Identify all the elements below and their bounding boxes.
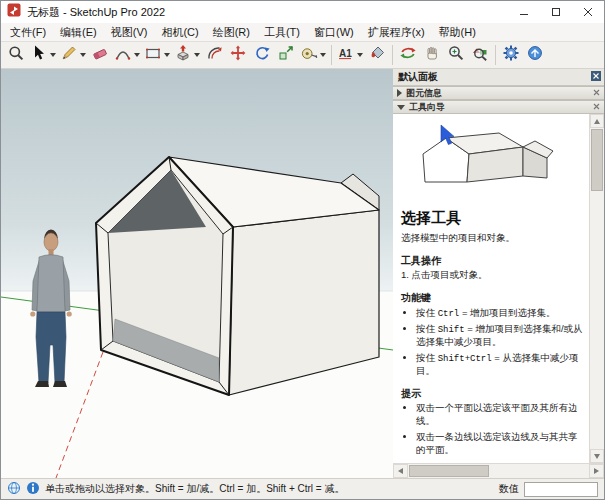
- status-bar: 单击或拖动以选择对象。Shift = 加/减。Ctrl = 加。Shift + …: [1, 478, 604, 499]
- rotate-tool-button[interactable]: [250, 43, 274, 67]
- toolbar-separator: [392, 45, 393, 65]
- scroll-thumb[interactable]: [591, 129, 603, 191]
- scroll-track[interactable]: [590, 128, 604, 449]
- menu-help[interactable]: 帮助(H): [432, 23, 483, 42]
- operation-step: 1. 点击项目或对象。: [401, 269, 583, 282]
- scroll-thumb[interactable]: [409, 465, 489, 477]
- toolbar: A1: [1, 42, 604, 69]
- rectangle-tool-button[interactable]: [142, 43, 172, 67]
- scroll-up-button[interactable]: [590, 114, 604, 128]
- arc-tool-button[interactable]: [112, 43, 142, 67]
- line-tool-button[interactable]: [58, 43, 88, 67]
- status-hint-text: 单击或拖动以选择对象。Shift = 加/减。Ctrl = 加。Shift + …: [45, 482, 494, 496]
- menu-draw[interactable]: 绘图(R): [206, 23, 257, 42]
- dropdown-caret[interactable]: [134, 53, 140, 57]
- maximize-button[interactable]: [540, 1, 572, 23]
- modifier-item: 按住 Shift = 增加项目到选择集和/或从选择集中减少项目。: [416, 323, 583, 349]
- zoom-extents-tool-button[interactable]: [468, 43, 492, 67]
- tape-measure-tool-button[interactable]: [298, 43, 328, 67]
- tray-header: 默认面板: [393, 69, 604, 86]
- toolbar-separator: [331, 45, 332, 65]
- zoom-extents-icon: [471, 44, 489, 66]
- arrow-right-icon: [594, 468, 599, 474]
- horizontal-scrollbar[interactable]: [393, 463, 604, 478]
- zoom-tool-button[interactable]: [444, 43, 468, 67]
- scroll-left-button[interactable]: [393, 464, 408, 478]
- instructor-content: 选择工具 选择模型中的项目和对象。 工具操作 1. 点击项目或对象。 功能键 按…: [393, 114, 589, 463]
- vertical-scrollbar[interactable]: [589, 114, 604, 463]
- menu-camera[interactable]: 相机(C): [154, 23, 205, 42]
- move-tool-button[interactable]: [226, 43, 250, 67]
- paint-bucket-tool-button[interactable]: [365, 43, 389, 67]
- info-icon[interactable]: [26, 481, 40, 497]
- rectangle-icon: [144, 44, 162, 66]
- modifier-item: 按住 Shift+Ctrl = 从选择集中减少项目。: [416, 352, 583, 378]
- offset-icon: [205, 44, 223, 66]
- tray-title: 默认面板: [398, 70, 438, 84]
- modifier-list: 按住 Ctrl = 增加项目到选择集。 按住 Shift = 增加项目到选择集和…: [416, 307, 583, 378]
- dropdown-caret[interactable]: [194, 53, 200, 57]
- measurement-input[interactable]: [524, 482, 598, 497]
- close-button[interactable]: [572, 1, 604, 23]
- toolbar-separator: [495, 45, 496, 65]
- tape-measure-icon: [300, 44, 318, 66]
- menu-window[interactable]: 窗口(W): [307, 23, 361, 42]
- extension-manager-button[interactable]: [499, 43, 523, 67]
- dropdown-caret[interactable]: [164, 53, 170, 57]
- tip-item: 双击一个平面以选定该平面及其所有边线。: [416, 402, 583, 428]
- sketchup-window: 无标题 - SketchUp Pro 2022 文件(F) 编辑(E) 视图(V…: [0, 0, 605, 500]
- menu-view[interactable]: 视图(V): [104, 23, 155, 42]
- menu-edit[interactable]: 编辑(E): [53, 23, 104, 42]
- scale-icon: [277, 44, 295, 66]
- offset-tool-button[interactable]: [202, 43, 226, 67]
- select-tool-button[interactable]: [28, 43, 58, 67]
- gear-icon: [502, 44, 520, 66]
- section-close-icon[interactable]: [593, 102, 600, 112]
- geolocation-icon[interactable]: [7, 481, 21, 497]
- tray-close-button[interactable]: [591, 71, 601, 83]
- modeling-viewport[interactable]: [1, 69, 393, 478]
- instructor-heading: 选择工具: [401, 208, 583, 228]
- text-a1-icon: A1: [337, 44, 355, 66]
- window-controls: [508, 1, 604, 23]
- dropdown-caret[interactable]: [320, 53, 326, 57]
- minimize-button[interactable]: [508, 1, 540, 23]
- section-instructor[interactable]: 工具向导: [393, 100, 604, 114]
- search-tool-button[interactable]: [4, 43, 28, 67]
- scroll-down-button[interactable]: [590, 449, 604, 463]
- section-close-icon[interactable]: [593, 88, 600, 98]
- extension-warehouse-button[interactable]: [523, 43, 547, 67]
- arc-icon: [114, 44, 132, 66]
- svg-text:A1: A1: [339, 48, 352, 59]
- scroll-track[interactable]: [408, 464, 589, 478]
- push-pull-icon: [174, 44, 192, 66]
- modifiers-title: 功能键: [401, 291, 583, 305]
- eraser-icon: [91, 44, 109, 66]
- section-entity-info[interactable]: 图元信息: [393, 86, 604, 100]
- menu-bar: 文件(F) 编辑(E) 视图(V) 相机(C) 绘图(R) 工具(T) 窗口(W…: [1, 23, 604, 42]
- menu-file[interactable]: 文件(F): [3, 23, 53, 42]
- tips-list: 双击一个平面以选定该平面及其所有边线。 双击一条边线以选定该边线及与其共享的平面…: [416, 402, 583, 456]
- eraser-tool-button[interactable]: [88, 43, 112, 67]
- text-tool-button[interactable]: A1: [335, 43, 365, 67]
- scroll-right-button[interactable]: [589, 464, 604, 478]
- menu-extensions[interactable]: 扩展程序(x): [361, 23, 432, 42]
- menu-tools[interactable]: 工具(T): [257, 23, 307, 42]
- pan-tool-button[interactable]: [420, 43, 444, 67]
- pencil-icon: [60, 44, 78, 66]
- warehouse-icon: [526, 44, 544, 66]
- default-tray-panel: 默认面板 图元信息 工具向导: [393, 69, 604, 478]
- window-title: 无标题 - SketchUp Pro 2022: [27, 5, 508, 20]
- dropdown-caret[interactable]: [357, 53, 363, 57]
- title-bar: 无标题 - SketchUp Pro 2022: [1, 1, 604, 23]
- push-pull-tool-button[interactable]: [172, 43, 202, 67]
- orbit-tool-button[interactable]: [396, 43, 420, 67]
- instructor-illustration: [401, 120, 583, 202]
- dropdown-caret[interactable]: [80, 53, 86, 57]
- dropdown-caret[interactable]: [50, 53, 56, 57]
- scale-tool-button[interactable]: [274, 43, 298, 67]
- tip-item: 双击一条边线以选定该边线及与其共享的平面。: [416, 431, 583, 457]
- modifier-item: 按住 Ctrl = 增加项目到选择集。: [416, 307, 583, 320]
- tips-title: 提示: [401, 387, 583, 401]
- zoom-icon: [447, 44, 465, 66]
